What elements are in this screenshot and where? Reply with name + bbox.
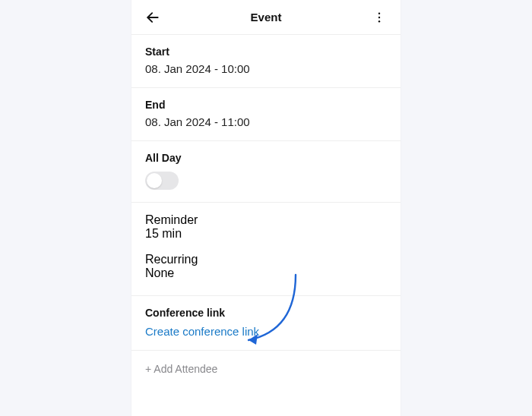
start-value: 08. Jan 2024 - 10:00	[145, 62, 387, 75]
start-label: Start	[145, 46, 387, 58]
end-label: End	[145, 99, 387, 111]
toggle-knob	[147, 173, 162, 188]
svg-point-2	[378, 16, 380, 17]
svg-point-3	[378, 20, 380, 22]
page-title: Event	[131, 11, 401, 24]
reminder-recurring-block: Reminder 15 min Recurring None	[131, 203, 401, 296]
recurring-value: None	[145, 266, 387, 280]
start-row[interactable]: Start 08. Jan 2024 - 10:00	[131, 35, 401, 88]
end-row[interactable]: End 08. Jan 2024 - 11:00	[131, 88, 401, 141]
reminder-row[interactable]: Reminder 15 min	[145, 213, 387, 253]
reminder-label: Reminder	[145, 213, 387, 227]
create-conference-link[interactable]: Create conference link	[145, 325, 387, 338]
back-button[interactable]	[142, 7, 163, 28]
event-screen: Event Start 08. Jan 2024 - 10:00 End 08.…	[131, 0, 401, 416]
all-day-toggle[interactable]	[145, 172, 179, 190]
all-day-row: All Day	[131, 141, 401, 203]
all-day-label: All Day	[145, 152, 387, 164]
header-bar: Event	[131, 0, 401, 35]
conference-link-row: Conference link Create conference link	[131, 296, 401, 351]
conference-link-label: Conference link	[145, 307, 387, 319]
recurring-row[interactable]: Recurring None	[145, 253, 387, 292]
more-button[interactable]	[369, 7, 390, 28]
add-attendee-button[interactable]: + Add Attendee	[131, 351, 401, 387]
recurring-label: Recurring	[145, 253, 387, 266]
svg-point-1	[378, 12, 380, 14]
reminder-value: 15 min	[145, 227, 387, 241]
more-vertical-icon	[372, 11, 386, 24]
end-value: 08. Jan 2024 - 11:00	[145, 115, 387, 128]
arrow-left-icon	[145, 10, 160, 25]
